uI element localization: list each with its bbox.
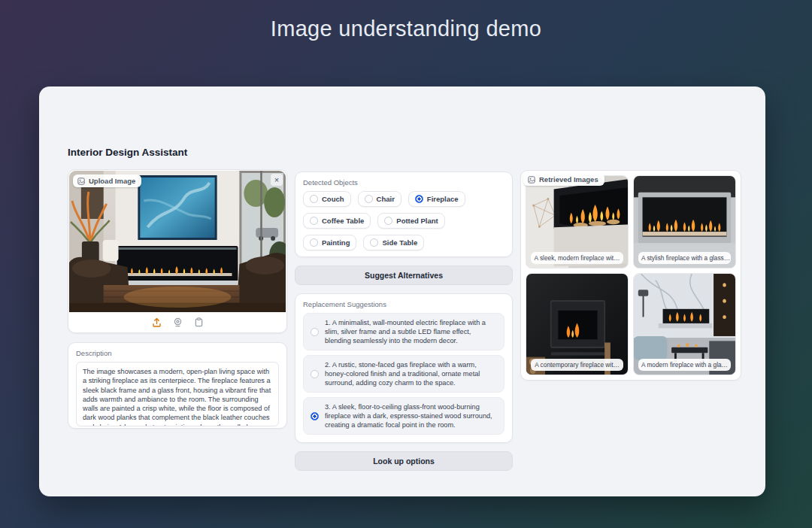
upload-image-label: Upload Image — [73, 174, 141, 187]
retrieved-images-gallery: Retrieved Images — [520, 170, 741, 381]
detected-objects-group: Detected Objects Couch Chair Fireplace C… — [295, 171, 513, 257]
detected-objects-options: Couch Chair Fireplace Coffee Table Potte… — [303, 191, 504, 250]
look-up-options-button[interactable]: Look up options — [295, 451, 513, 471]
radio-coffee-table[interactable]: Coffee Table — [303, 213, 371, 229]
page-title: Image understanding demo — [0, 17, 812, 41]
radio-selected-icon — [311, 412, 319, 420]
clipboard-icon[interactable] — [194, 317, 204, 327]
radio-couch-label: Couch — [322, 195, 344, 203]
upload-image-label-text: Upload Image — [89, 177, 135, 185]
radio-fireplace[interactable]: Fireplace — [408, 191, 465, 207]
replacement-suggestions-label: Replacement Suggestions — [303, 300, 504, 308]
upload-image-component: Upload Image × — [68, 169, 287, 333]
radio-side-table-label: Side Table — [382, 238, 417, 247]
description-textarea[interactable]: The image showcases a modern, open-plan … — [76, 362, 279, 426]
radio-icon — [365, 195, 373, 203]
suggestion-option-3[interactable]: 3. A sleek, floor-to-ceiling glass-front… — [303, 397, 504, 435]
radio-icon — [311, 328, 319, 336]
description-field: Description The image showcases a modern… — [68, 342, 287, 429]
suggestion-option-3-text: 3. A sleek, floor-to-ceiling glass-front… — [325, 402, 497, 429]
radio-potted-plant[interactable]: Potted Plant — [377, 213, 444, 229]
radio-coffee-table-label: Coffee Table — [322, 217, 364, 225]
suggestion-option-1-text: 1. A minimalist, wall-mounted electric f… — [325, 318, 497, 345]
replacement-suggestions-group: Replacement Suggestions 1. A minimalist,… — [295, 293, 513, 443]
left-column: Upload Image × — [68, 169, 287, 429]
gallery-item-4-caption: A modern fireplace with a gla… — [638, 359, 731, 371]
gallery-item-2-caption: A stylish fireplace with a glass… — [638, 252, 731, 264]
uploaded-image — [69, 171, 286, 312]
suggestion-option-2-text: 2. A rustic, stone-faced gas fireplace w… — [325, 360, 497, 387]
upload-icon[interactable] — [152, 317, 162, 327]
retrieved-images-label: Retrieved Images — [523, 173, 604, 186]
gallery-icon — [528, 176, 535, 184]
suggestion-option-1[interactable]: 1. A minimalist, wall-mounted electric f… — [303, 313, 504, 350]
gallery-item-4[interactable]: A modern fireplace with a gla… — [633, 273, 736, 375]
radio-icon — [310, 238, 318, 247]
suggest-alternatives-button[interactable]: Suggest Alternatives — [295, 266, 513, 285]
middle-column: Detected Objects Couch Chair Fireplace C… — [295, 171, 513, 479]
webcam-icon[interactable] — [173, 317, 183, 327]
radio-painting[interactable]: Painting — [303, 235, 356, 250]
radio-chair[interactable]: Chair — [358, 191, 401, 207]
retrieved-images-label-text: Retrieved Images — [539, 175, 598, 184]
detected-objects-label: Detected Objects — [303, 178, 504, 187]
suggestion-option-2[interactable]: 2. A rustic, stone-faced gas fireplace w… — [303, 355, 504, 393]
radio-side-table[interactable]: Side Table — [363, 235, 424, 250]
main-card: Interior Design Assistant — [39, 86, 765, 496]
gallery-item-2[interactable]: A stylish fireplace with a glass… — [633, 175, 736, 269]
right-column: Retrieved Images — [520, 170, 741, 381]
image-icon — [77, 178, 85, 185]
radio-icon — [310, 195, 318, 203]
app-heading: Interior Design Assistant — [68, 147, 187, 158]
radio-potted-plant-label: Potted Plant — [396, 217, 438, 225]
radio-icon — [311, 370, 319, 378]
gallery-item-3-caption: A contemporary fireplace wit… — [531, 359, 623, 371]
radio-icon — [384, 217, 392, 225]
radio-icon — [310, 217, 318, 225]
radio-selected-icon — [415, 195, 423, 203]
description-label: Description — [76, 349, 279, 357]
radio-chair-label: Chair — [377, 195, 395, 203]
radio-painting-label: Painting — [322, 238, 350, 247]
radio-couch[interactable]: Couch — [303, 191, 351, 207]
gallery-item-3[interactable]: A contemporary fireplace wit… — [526, 273, 629, 375]
image-source-toolbar — [68, 311, 286, 332]
radio-fireplace-label: Fireplace — [427, 195, 459, 203]
gallery-item-1[interactable]: A sleek, modern fireplace wit… — [526, 175, 629, 269]
radio-icon — [370, 238, 378, 247]
gallery-item-1-caption: A sleek, modern fireplace wit… — [531, 252, 623, 264]
close-icon[interactable]: × — [271, 174, 283, 186]
